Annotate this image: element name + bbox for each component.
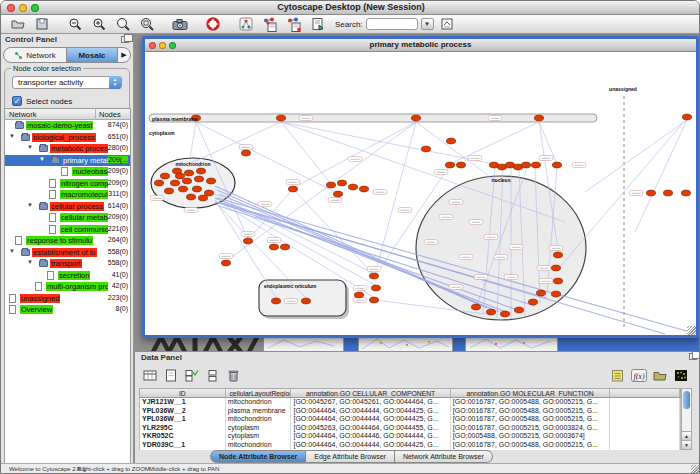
tree-row-0[interactable]: mosaic-demo-yeast874(0): [5, 120, 130, 132]
tree-header-network[interactable]: Network: [9, 110, 37, 119]
delete-attribute-button[interactable]: [225, 367, 242, 383]
plugin-manager-button[interactable]: [307, 16, 328, 32]
tree-row-8[interactable]: cellular metabol209(0): [5, 212, 130, 224]
tree-row-15[interactable]: unassigned223(0): [5, 293, 130, 305]
import-network-button[interactable]: [259, 16, 280, 32]
save-session-button[interactable]: [31, 16, 52, 32]
table-cell[interactable]: [610, 424, 680, 433]
float-panel-icon[interactable]: [121, 36, 129, 43]
expand-arrow-icon[interactable]: ▼: [27, 144, 33, 150]
float-data-panel-icon[interactable]: [689, 353, 697, 360]
tree-row-7[interactable]: ▼cellular process614(0): [5, 201, 130, 213]
expand-arrow-icon[interactable]: ▼: [27, 259, 33, 265]
table-cell[interactable]: [GO:0016787, GO:0005488, GO:0005215, G..…: [451, 415, 610, 424]
tab-node-attribute-browser[interactable]: Node Attribute Browser: [210, 450, 306, 463]
table-cell[interactable]: mitochondrion: [226, 441, 292, 450]
table-cell[interactable]: [GO:0016787, GO:0005488, GO:0005215, G..…: [451, 407, 610, 416]
color-attribute-select[interactable]: transporter activity ▲▼: [12, 76, 122, 89]
column-divider[interactable]: [95, 109, 96, 120]
table-cell[interactable]: [GO:0016787, GO:0005215, GO:0003824, G..…: [451, 424, 610, 433]
select-nodes-checkbox[interactable]: ✓: [12, 96, 22, 106]
table-cell[interactable]: YKR052C: [140, 432, 226, 441]
table-row-2[interactable]: YPL036W__1mitochondrion[GO:0044464, GO:0…: [139, 415, 681, 424]
tree-row-10[interactable]: response to stimulu264(0): [5, 235, 130, 247]
resize-grip-icon[interactable]: [691, 465, 700, 474]
tree-row-3[interactable]: ▼primary metabo209(...: [5, 155, 130, 167]
zoom-selected-button[interactable]: [136, 16, 157, 32]
tree-header[interactable]: Network Nodes: [5, 109, 130, 120]
zoom-in-button[interactable]: [88, 16, 109, 32]
table-row-5[interactable]: YDR039C__1mitochondrion[GO:0044464, GO:0…: [139, 441, 681, 450]
table-row-1[interactable]: YPL036W__2plasma membrane[GO:0044464, GO…: [139, 407, 681, 416]
attribute-batch-editor-button[interactable]: [183, 367, 200, 383]
notepad-button[interactable]: [609, 367, 626, 383]
table-cell[interactable]: YPL036W__1: [140, 415, 226, 424]
tree-row-11[interactable]: ▼establishment of lo558(0): [5, 247, 130, 259]
table-cell[interactable]: plasma membrane: [226, 407, 292, 416]
column-settings-button[interactable]: [204, 367, 221, 383]
search-dropdown-button[interactable]: ▼: [421, 18, 434, 30]
table-cell[interactable]: cytoplasm: [226, 432, 292, 441]
network-view-titlebar[interactable]: primary metabolic process: [145, 39, 696, 52]
scroll-up-button[interactable]: ▲: [682, 431, 691, 440]
table-cell[interactable]: YLR295C: [140, 424, 226, 433]
table-cell[interactable]: [GO:0044464, GO:0044444, GO:0044425, G..…: [291, 407, 450, 416]
table-cell[interactable]: [GO:0044464, GO:0044446, GO:0044444, G..…: [291, 432, 450, 441]
heatmap-button[interactable]: [672, 367, 689, 383]
table-cell[interactable]: mitochondrion: [226, 398, 292, 407]
expand-arrow-icon[interactable]: ▼: [27, 202, 33, 208]
import-table-button[interactable]: [283, 16, 304, 32]
tree-row-13[interactable]: secretion41(0): [5, 270, 130, 282]
tree-header-nodes[interactable]: Nodes: [99, 110, 121, 119]
table-cell[interactable]: [610, 441, 680, 450]
table-cell[interactable]: YDR039C__1: [140, 441, 226, 450]
zoom-fit-button[interactable]: [112, 16, 133, 32]
table-cell[interactable]: [610, 398, 680, 407]
table-cell[interactable]: mitochondrion: [226, 415, 292, 424]
new-attribute-button[interactable]: [162, 367, 179, 383]
tab-network-attribute-browser[interactable]: Network Attribute Browser: [395, 450, 493, 463]
tree-row-2[interactable]: ▼metabolic process280(0): [5, 143, 130, 155]
help-button[interactable]: [202, 16, 223, 32]
table-cell[interactable]: [GO:0016787, GO:0005488, GO:0005215, G..…: [451, 398, 610, 407]
window-resize-grip[interactable]: [687, 326, 696, 335]
table-cell[interactable]: [GO:0044464, GO:0044444, GO:0044425, G..…: [291, 415, 450, 424]
table-scrollbar[interactable]: ▲ ▼: [681, 388, 692, 450]
select-stepper-icon[interactable]: ▲▼: [109, 76, 121, 89]
table-cell[interactable]: [GO:0044464, GO:0044444, GO:0044425, G..…: [291, 441, 450, 450]
table-cell[interactable]: [610, 432, 680, 441]
scrollbar-thumb[interactable]: [683, 391, 690, 409]
import-attributes-button[interactable]: [651, 367, 668, 383]
tree-row-5[interactable]: nitrogen compo209(0): [5, 178, 130, 190]
table-row-0[interactable]: YJR121W__1mitochondrion[GO:0045267, GO:0…: [139, 398, 681, 407]
formula-builder-button[interactable]: f(x): [630, 367, 647, 383]
search-options-button[interactable]: [437, 16, 458, 32]
tree-row-12[interactable]: ▼transport558(0): [5, 258, 130, 270]
scroll-down-button[interactable]: ▼: [682, 440, 691, 449]
tree-row-14[interactable]: multi-organism pro42(0): [5, 281, 130, 293]
tree-row-1[interactable]: ▼biological_process651(0): [5, 132, 130, 144]
snapshot-button[interactable]: [169, 16, 190, 32]
table-cell[interactable]: cytoplasm: [226, 424, 292, 433]
table-cell[interactable]: [610, 415, 680, 424]
column-header[interactable]: annotation.GO CELLULAR_COMPONENT: [291, 389, 450, 397]
expand-arrow-icon[interactable]: ▼: [39, 156, 45, 162]
table-cell[interactable]: [GO:0045267, GO:0045261, GO:0044464, G..…: [291, 398, 450, 407]
tree-row-16[interactable]: Overview8(0): [5, 304, 130, 316]
tab-mosaic[interactable]: Mosaic: [66, 48, 118, 62]
network-view-window[interactable]: primary metabolic process plasma membran…: [142, 36, 699, 338]
select-attributes-button[interactable]: [141, 367, 158, 383]
column-header[interactable]: [610, 389, 680, 397]
column-header[interactable]: ID: [140, 389, 226, 397]
expand-arrow-icon[interactable]: ▼: [9, 133, 15, 139]
tree-row-9[interactable]: cell communicat221(0): [5, 224, 130, 236]
column-header[interactable]: _cellularLayoutRegion: [226, 389, 292, 397]
tab-overflow-button[interactable]: ▶: [118, 48, 130, 62]
table-cell[interactable]: [GO:0045263, GO:0044464, GO:0044455, G..…: [291, 424, 450, 433]
table-cell[interactable]: [GO:0016787, GO:0005488, GO:0005215, G..…: [451, 441, 610, 450]
tab-network[interactable]: Network: [4, 48, 66, 62]
tab-edge-attribute-browser[interactable]: Edge Attribute Browser: [306, 450, 395, 463]
window-titlebar[interactable]: Cytoscape Desktop (New Session): [1, 1, 700, 15]
table-cell[interactable]: [610, 407, 680, 416]
zoom-out-button[interactable]: [64, 16, 85, 32]
